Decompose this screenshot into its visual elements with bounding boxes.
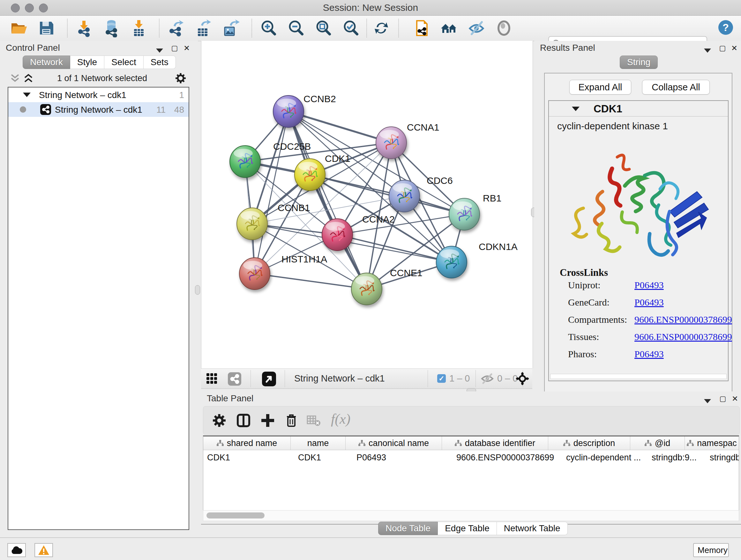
birds-eye-view-icon[interactable]	[262, 372, 276, 386]
gene-expander-icon[interactable]	[572, 107, 580, 111]
node-label-RB1: RB1	[483, 193, 501, 203]
panel-float-icon[interactable]: ▢	[718, 44, 727, 52]
network-node-CDKN1A[interactable]: CDKN1A	[436, 241, 518, 278]
zoom-fit-icon	[314, 19, 333, 37]
table-row[interactable]: CDK1 CDK1 P06493 9606.ENSP00000378699 cy…	[203, 450, 739, 465]
tab-style[interactable]: Style	[70, 56, 105, 69]
network-node-RB1[interactable]: RB1	[449, 193, 501, 230]
crosslink-link[interactable]: P06493	[634, 349, 664, 360]
collapse-all-chevrons-icon[interactable]	[10, 73, 20, 83]
open-session-button[interactable]	[10, 19, 28, 37]
column-header[interactable]: name	[291, 436, 346, 450]
crosslink-label: GeneCard:	[568, 297, 610, 308]
network-node-HIST1H1A[interactable]: HIST1H1A	[239, 254, 327, 290]
delete-column-trash-icon[interactable]	[284, 413, 299, 428]
tab-network[interactable]: Network	[23, 56, 70, 69]
column-header[interactable]: database identifier	[442, 436, 548, 450]
scrollbar-thumb[interactable]	[206, 512, 265, 518]
netbar-separator	[285, 370, 285, 387]
tab-select[interactable]: Select	[105, 56, 144, 69]
toolbar-separator	[398, 19, 399, 37]
hide-selected-button[interactable]	[467, 19, 486, 37]
function-builder-icon[interactable]: f(x)	[331, 411, 350, 427]
refresh-button[interactable]	[372, 19, 391, 37]
network-options-gear-icon[interactable]	[174, 72, 187, 84]
column-header[interactable]: description	[548, 436, 630, 450]
panel-close-icon[interactable]: ✕	[730, 44, 739, 52]
tab-node-table[interactable]: Node Table	[378, 522, 438, 535]
crosslink-link[interactable]: 9606.ENSP00000378699	[634, 331, 732, 342]
network-row-selected[interactable]: String Network – cdk1 11 48	[8, 102, 189, 117]
delete-table-icon[interactable]	[306, 413, 321, 428]
network-node-CCNA1[interactable]: CCNA1	[376, 122, 440, 159]
export-image-button[interactable]	[221, 19, 240, 37]
panel-menu-icon[interactable]	[703, 46, 712, 54]
panel-menu-icon[interactable]	[155, 46, 164, 54]
netbar-separator	[251, 370, 251, 387]
column-header[interactable]: canonical name	[346, 436, 442, 450]
crosslink-link[interactable]: 9606.ENSP00000378699	[634, 314, 732, 325]
tab-string[interactable]: String	[620, 56, 658, 69]
node-label-CDC6: CDC6	[427, 175, 453, 186]
network-selection-status: 1 of 1 Network selected	[35, 73, 169, 83]
crosslink-link[interactable]: P06493	[634, 297, 664, 308]
crosslink-link[interactable]: P06493	[634, 280, 664, 291]
edge-HIST1H1A-CCNE1[interactable]	[255, 273, 367, 289]
cloud-status-button[interactable]	[7, 543, 26, 557]
export-table-button[interactable]	[194, 19, 212, 37]
panel-close-icon[interactable]: ✕	[182, 44, 192, 52]
zoom-fit-button[interactable]	[314, 19, 333, 37]
zoom-selected-icon	[341, 19, 360, 37]
column-header[interactable]: shared name	[203, 436, 291, 450]
table-horizontal-scrollbar[interactable]	[203, 510, 739, 521]
tab-edge-table[interactable]: Edge Table	[438, 522, 497, 535]
zoom-in-button[interactable]	[259, 19, 278, 37]
edge-CCNB2-CCNA1[interactable]	[288, 111, 391, 143]
zoom-selected-button[interactable]	[341, 19, 360, 37]
crosslink-row: GeneCard: P06493	[568, 297, 722, 311]
expand-all-chevrons-icon[interactable]	[23, 73, 34, 83]
expand-all-button[interactable]: Expand All	[569, 80, 631, 95]
control-panel-tabs: Network Style Select Sets	[23, 56, 176, 69]
show-all-button[interactable]	[495, 19, 513, 37]
column-type-icon	[217, 440, 224, 446]
import-network-file-button[interactable]	[75, 19, 93, 37]
network-view-canvas[interactable]: CCNB2CCNA1CDC25BCDK1CDC6RB1CCNB1CCNA2CDK…	[201, 41, 533, 368]
network-node-CCNB1[interactable]: CCNB1	[237, 202, 310, 240]
add-column-plus-icon[interactable]	[260, 413, 275, 428]
home-button[interactable]	[440, 19, 458, 37]
import-table-button[interactable]	[130, 19, 148, 37]
string-view-icon[interactable]	[228, 372, 241, 386]
export-network-button[interactable]	[166, 19, 185, 37]
open-in-string-button[interactable]	[412, 19, 431, 37]
panel-float-icon[interactable]: ▢	[718, 395, 728, 403]
panel-float-icon[interactable]: ▢	[170, 44, 179, 52]
table-settings-gear-icon[interactable]	[212, 413, 227, 428]
panel-close-icon[interactable]: ✕	[730, 395, 740, 403]
collection-expander-icon[interactable]	[23, 92, 30, 97]
gene-section-header[interactable]: CDK1	[549, 101, 728, 117]
network-collection-row[interactable]: String Network – cdk1 1	[8, 87, 189, 102]
left-splitter-handle[interactable]	[195, 285, 200, 295]
show-columns-icon[interactable]	[236, 413, 251, 428]
tab-network-table[interactable]: Network Table	[497, 522, 568, 535]
column-header[interactable]: namespac	[685, 436, 739, 450]
import-network-database-button[interactable]	[102, 19, 121, 37]
tab-sets[interactable]: Sets	[144, 56, 176, 69]
warning-triangle-icon	[38, 545, 50, 555]
results-scrollbar[interactable]	[550, 374, 727, 379]
column-header[interactable]: @id	[630, 436, 685, 450]
grid-view-icon[interactable]	[206, 373, 218, 384]
pan-crosshair-icon[interactable]	[516, 372, 529, 385]
results-panel: Results Panel ▢ ✕ String Expand All Coll…	[534, 41, 741, 388]
zoom-out-button[interactable]	[286, 19, 305, 37]
memory-button[interactable]: Memory	[693, 543, 729, 557]
help-button[interactable]: ?	[718, 18, 736, 37]
warning-status-button[interactable]	[35, 543, 53, 557]
selected-checkbox[interactable]: ✓	[437, 374, 446, 383]
hidden-eye-slash-icon[interactable]	[481, 373, 494, 384]
save-session-button[interactable]	[37, 19, 56, 37]
collapse-all-button[interactable]: Collapse All	[642, 80, 710, 95]
gene-section: CDK1 cyclin-dependent kinase 1	[548, 100, 729, 381]
panel-menu-icon[interactable]	[703, 396, 712, 405]
